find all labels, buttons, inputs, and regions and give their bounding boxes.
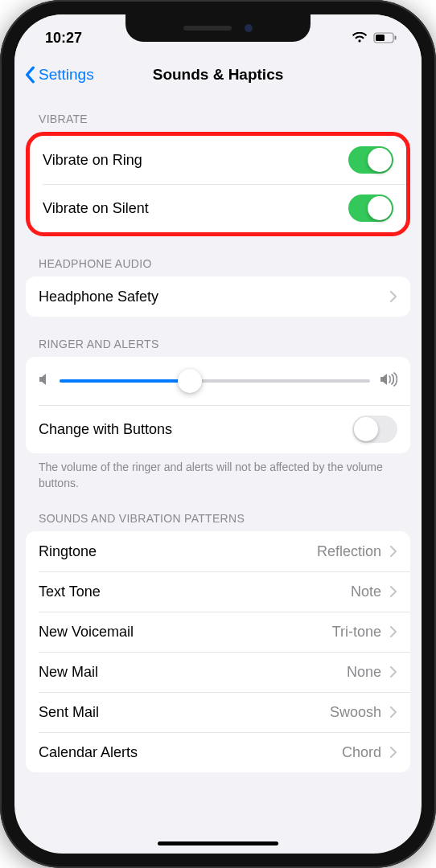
chevron-right-icon [389,585,397,598]
ringer-group: Change with Buttons [26,357,410,453]
pattern-label: Sent Mail [39,704,99,721]
speaker-low-icon [39,372,50,391]
toggle-vibrate-on-silent[interactable] [348,194,393,222]
home-indicator[interactable] [158,841,278,845]
toggle-change-with-buttons[interactable] [352,416,397,443]
toggle-vibrate-on-ring[interactable] [348,146,393,174]
chevron-right-icon [389,625,397,638]
screen: 10:27 Settings Sounds & Haptics VIBRATE [14,14,422,854]
status-time: 10:27 [45,30,82,47]
pattern-label: Calendar Alerts [39,744,138,761]
pattern-value: Reflection [317,543,381,560]
section-header-ringer: RINGER AND ALERTS [26,317,410,357]
label-change-with-buttons: Change with Buttons [39,421,172,438]
svg-rect-1 [376,35,385,41]
pattern-value: Chord [342,744,381,761]
row-pattern-sent-mail[interactable]: Sent MailSwoosh [26,692,410,732]
chevron-right-icon [389,665,397,678]
back-label: Settings [39,66,94,84]
back-button[interactable]: Settings [24,66,94,84]
row-pattern-new-mail[interactable]: New MailNone [26,652,410,692]
pattern-label: New Voicemail [39,624,134,641]
notch [125,14,311,42]
content: VIBRATE Vibrate on Ring Vibrate on Silen… [14,96,422,854]
pattern-value: Note [351,583,381,600]
pattern-label: Ringtone [39,543,97,560]
battery-icon [373,32,397,43]
section-header-headphone: HEADPHONE AUDIO [26,236,410,276]
row-pattern-new-voicemail[interactable]: New VoicemailTri-tone [26,612,410,652]
chevron-right-icon [389,545,397,558]
wifi-icon [352,32,368,43]
pattern-value: None [347,664,381,681]
row-pattern-text-tone[interactable]: Text ToneNote [26,571,410,612]
patterns-group: RingtoneReflectionText ToneNoteNew Voice… [26,531,410,772]
pattern-value: Tri-tone [332,624,381,641]
row-pattern-ringtone[interactable]: RingtoneReflection [26,531,410,571]
label-vibrate-on-silent: Vibrate on Silent [43,200,149,217]
nav-bar: Settings Sounds & Haptics [14,53,422,96]
row-vibrate-on-silent[interactable]: Vibrate on Silent [30,184,406,232]
svg-rect-2 [395,36,397,40]
page-title: Sounds & Haptics [153,66,284,84]
row-volume-slider[interactable] [26,357,410,405]
headphone-group: Headphone Safety [26,276,410,317]
ringer-footer-note: The volume of the ringer and alerts will… [26,453,410,491]
chevron-right-icon [389,746,397,759]
row-vibrate-on-ring[interactable]: Vibrate on Ring [30,136,406,184]
vibrate-group: Vibrate on Ring Vibrate on Silent [26,132,410,236]
pattern-value: Swoosh [330,704,381,721]
chevron-right-icon [389,706,397,719]
label-headphone-safety: Headphone Safety [39,289,158,305]
chevron-right-icon [389,290,397,303]
pattern-label: Text Tone [39,583,101,600]
section-header-patterns: SOUNDS AND VIBRATION PATTERNS [26,491,410,531]
speaker-high-icon [380,372,397,391]
volume-slider[interactable] [60,379,370,383]
device-frame: 10:27 Settings Sounds & Haptics VIBRATE [0,0,436,868]
row-change-with-buttons[interactable]: Change with Buttons [26,405,410,453]
row-pattern-calendar-alerts[interactable]: Calendar AlertsChord [26,732,410,772]
pattern-label: New Mail [39,664,98,681]
label-vibrate-on-ring: Vibrate on Ring [43,152,142,169]
section-header-vibrate: VIBRATE [26,96,410,132]
row-headphone-safety[interactable]: Headphone Safety [26,276,410,317]
